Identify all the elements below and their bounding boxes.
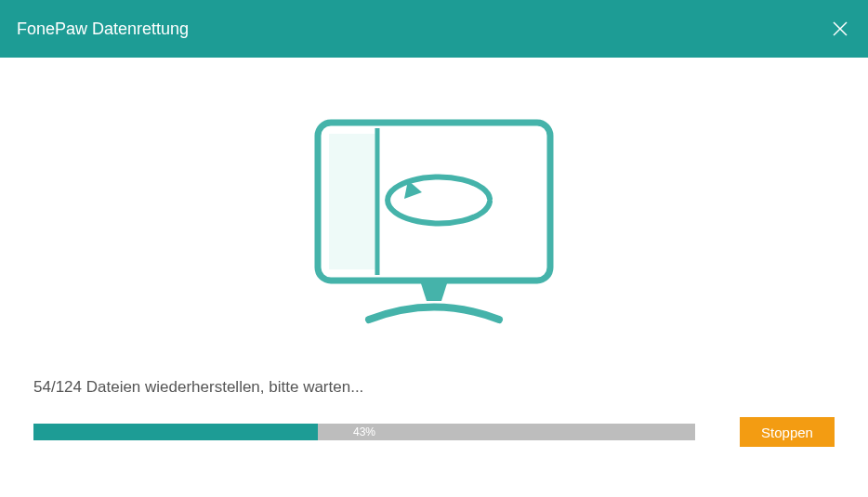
svg-rect-3: [329, 134, 377, 269]
monitor-refresh-icon: [309, 113, 559, 327]
progress-percent-label: 43%: [33, 424, 695, 440]
monitor-illustration: [33, 113, 835, 327]
titlebar: FonePaw Datenrettung: [0, 0, 868, 58]
bottom-row: 43% Stoppen: [33, 417, 835, 447]
main-content: 54/124 Dateien wiederherstellen, bitte w…: [0, 113, 868, 447]
status-text: 54/124 Dateien wiederherstellen, bitte w…: [33, 378, 835, 397]
close-icon: [831, 20, 849, 38]
stop-button[interactable]: Stoppen: [740, 417, 835, 447]
progress-bar: 43%: [33, 424, 695, 440]
close-button[interactable]: [829, 18, 851, 40]
app-title: FonePaw Datenrettung: [17, 20, 189, 39]
